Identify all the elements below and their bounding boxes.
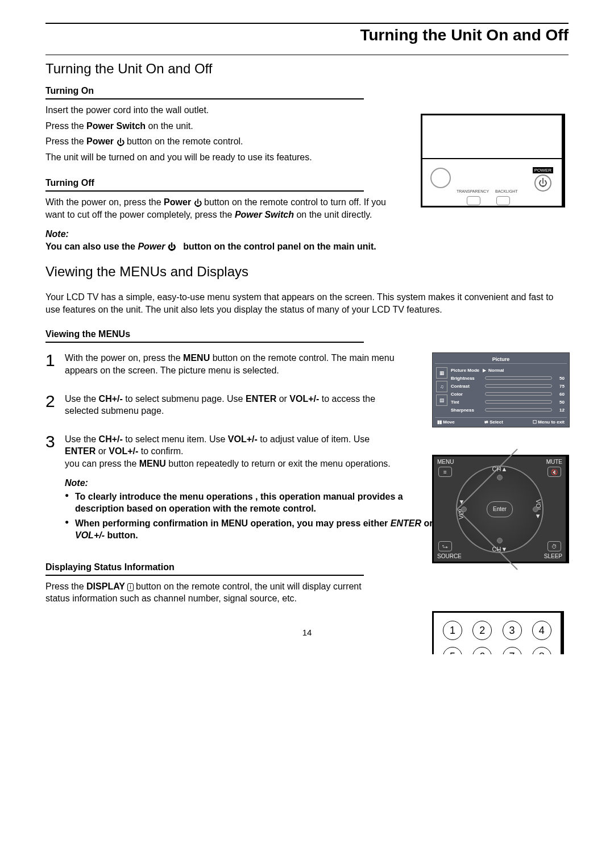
- panel-backlight-label: BACKLIGHT: [495, 189, 518, 193]
- note-label: Note:: [45, 229, 398, 239]
- note-bullet-2: When performing confirmation in MENU ope…: [75, 517, 451, 542]
- osd-tab-setup-icon: ▤: [436, 394, 447, 406]
- osd-figure: Picture ▦ ♫ ▤ Picture Mode ▶ Normal Br: [432, 352, 569, 427]
- step3-note-label: Note:: [65, 478, 451, 488]
- turning-off-body: With the power on, press the Power ⏻ but…: [45, 196, 398, 221]
- note-body: You can also use the Power ⏻ button on t…: [45, 240, 398, 253]
- backlight-button[interactable]: [496, 196, 510, 205]
- select-icon: ⇄: [484, 420, 488, 425]
- turning-on-line2: Press the Power Switch on the unit.: [45, 120, 398, 132]
- power-icon: ⏻: [168, 242, 176, 252]
- sleep-icon[interactable]: ⏱: [547, 541, 561, 551]
- turning-on-heading: Turning On: [45, 86, 398, 96]
- transparency-button[interactable]: [467, 196, 480, 205]
- panel-power-label: POWER: [533, 167, 553, 173]
- keypad-5[interactable]: 5: [443, 647, 462, 654]
- dpad-mute-label: MUTE: [546, 459, 562, 465]
- status-info-body: Press the DISPLAY i button on the remote…: [45, 580, 375, 605]
- keypad-4[interactable]: 4: [532, 621, 551, 640]
- menu-icon: ☐: [533, 420, 537, 425]
- step-2-text: Use the CH+/- to select submenu page. Us…: [65, 393, 398, 417]
- turning-on-line3: Press the Power ⏻ button on the remote c…: [45, 135, 398, 148]
- turning-off-heading: Turning Off: [45, 178, 398, 188]
- step-3-text: Use the CH+/- to select menu item. Use V…: [65, 433, 398, 470]
- note-bullet-1: To clearly introduce the menu operations…: [75, 491, 451, 515]
- mute-icon[interactable]: 🔇: [547, 467, 561, 477]
- pause-icon: ▮▮: [437, 420, 442, 425]
- step-number-1: 1: [45, 352, 65, 369]
- control-panel-figure: POWER ⏻ TRANSPARENCY BACKLIGHT: [421, 114, 569, 210]
- menu-icon[interactable]: ≡: [438, 467, 452, 477]
- step-1-text: With the power on, press the MENU button…: [65, 352, 398, 376]
- section2-heading: Viewing the MENUs and Displays: [45, 264, 569, 280]
- step-number-3: 3: [45, 433, 65, 450]
- dpad-source-label: SOURCE: [437, 553, 462, 559]
- keypad-7[interactable]: 7: [503, 647, 522, 654]
- section-heading: Turning the Unit On and Off: [45, 61, 569, 77]
- keypad-6[interactable]: 6: [472, 647, 492, 654]
- power-icon: ⏻: [538, 178, 547, 188]
- osd-tab-audio-icon: ♫: [436, 381, 447, 392]
- osd-picture-mode-label: Picture Mode: [451, 368, 483, 373]
- right-arrow-icon: ▶: [483, 368, 486, 373]
- keypad-2[interactable]: 2: [472, 621, 492, 640]
- display-icon: i: [127, 583, 133, 591]
- dpad-menu-label: MENU: [437, 459, 454, 465]
- osd-title: Picture: [435, 355, 567, 364]
- ch-down-label[interactable]: CH▼: [492, 546, 508, 553]
- section2-intro: Your LCD TV has a simple, easy-to-use me…: [45, 291, 569, 315]
- status-info-heading: Displaying Status Information: [45, 562, 569, 572]
- source-icon[interactable]: ⮑: [438, 541, 452, 551]
- keypad-3[interactable]: 3: [503, 621, 522, 640]
- dpad-sleep-label: SLEEP: [544, 553, 562, 559]
- turning-on-line1: Insert the power cord into the wall outl…: [45, 104, 398, 117]
- ch-up-label[interactable]: CH▲: [492, 466, 508, 472]
- page-header-title: Turning the Unit On and Off: [45, 26, 569, 44]
- osd-picture-mode-value: Normal: [488, 368, 504, 373]
- dpad-figure: MENU MUTE SOURCE SLEEP ≡ 🔇 ⮑ ⏱ Enter CH▲…: [432, 455, 569, 563]
- power-icon: ⏻: [117, 137, 125, 148]
- step-number-2: 2: [45, 393, 65, 410]
- power-icon: ⏻: [194, 198, 202, 209]
- keypad-8[interactable]: 8: [532, 647, 551, 654]
- osd-tab-picture-icon: ▦: [436, 367, 447, 379]
- turning-on-line4: The unit will be turned on and you will …: [45, 151, 398, 164]
- panel-transparency-label: TRANSPARENCY: [457, 189, 489, 193]
- enter-button[interactable]: Enter: [487, 501, 513, 517]
- keypad-figure: 1 2 3 4 5 6 7 8 9 0 ⇋ ⊡: [432, 611, 569, 654]
- keypad-1[interactable]: 1: [443, 621, 462, 640]
- viewing-menus-heading: Viewing the MENUs: [45, 329, 569, 339]
